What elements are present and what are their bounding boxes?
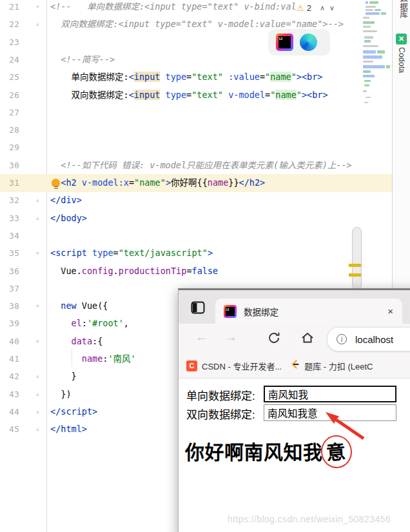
csdn-watermark: https://blog.csdn.net/weixin_50823456 [228, 514, 391, 524]
code-token: " [291, 72, 297, 82]
line-number[interactable]: 21 [0, 0, 19, 15]
code-line-28[interactable]: 28 [0, 121, 392, 139]
site-info-icon[interactable]: i [337, 334, 347, 344]
line-number[interactable]: 28 [0, 121, 19, 139]
back-icon[interactable]: ← [195, 330, 208, 344]
line-number[interactable]: 36 [0, 262, 19, 280]
fold-marker-icon[interactable]: ▵ [35, 403, 40, 420]
edge-browser-icon[interactable] [300, 34, 317, 51]
line-number[interactable]: 42 [0, 368, 19, 385]
fold-marker-icon[interactable]: ▵ [35, 210, 40, 227]
line-number[interactable]: 23 [0, 34, 19, 51]
line-number[interactable]: 37 [0, 280, 19, 297]
tab-actions-menu-icon[interactable] [191, 300, 205, 315]
warning-stripe-mark[interactable] [349, 264, 361, 267]
minimap[interactable] [362, 0, 391, 111]
code-line-36[interactable]: 36 Vue.config.productionTip=false [0, 262, 392, 281]
code-token: '#root' [87, 318, 124, 328]
code-token: v-model:x [82, 177, 129, 188]
minimap-bar [363, 90, 367, 92]
fold-marker-icon[interactable]: ▿ [35, 244, 40, 262]
bookmark-leetcode[interactable]: 题库 - 力扣 (LeetC [289, 359, 373, 372]
tab-close-icon[interactable]: × [387, 306, 393, 316]
code-line-33[interactable]: 33▵</body> [0, 210, 392, 228]
browser-tab[interactable]: IJ 数据绑定 × [215, 299, 402, 324]
line-number[interactable]: 43 [0, 386, 19, 403]
codota-tool-button[interactable]: Codota [397, 47, 406, 73]
line-number[interactable]: 30 [0, 157, 19, 174]
favicon-intellij-icon: IJ [224, 305, 237, 318]
line-number[interactable]: 40 [0, 333, 19, 350]
line-number[interactable]: 38 [0, 297, 19, 315]
code-line-34[interactable]: 34 [0, 227, 392, 245]
bookmark-label: CSDN - 专业开发者... [202, 360, 282, 372]
prev-warning-icon[interactable]: ∧ [320, 4, 325, 12]
code-line-29[interactable]: 29 [0, 139, 392, 157]
line-number[interactable]: 24 [0, 51, 19, 68]
code-line-25[interactable]: 25 单向数据绑定:<input type="text" :value="nam… [0, 68, 392, 86]
line-number[interactable]: 45 [0, 420, 19, 438]
line-number[interactable]: 27 [0, 104, 19, 121]
line-number[interactable]: 44 [0, 403, 19, 420]
one-way-binding-input[interactable] [264, 386, 396, 402]
code-token: el [72, 318, 82, 328]
fold-marker-icon[interactable]: ▿ [35, 297, 40, 315]
line-number[interactable]: 34 [0, 227, 19, 244]
fold-marker-icon[interactable]: ▵ [35, 192, 40, 209]
code-line-22[interactable]: 22▵ 双向数据绑定:<input type="text" v-model:va… [0, 15, 392, 34]
code-text: </body> [50, 210, 87, 227]
editor-scrollbar-thumb[interactable] [352, 227, 362, 290]
refresh-icon[interactable] [267, 331, 281, 348]
fold-marker-icon[interactable]: ▿ [35, 333, 40, 350]
code-token: = [186, 72, 191, 82]
intellij-idea-icon[interactable]: IJ [276, 34, 293, 51]
line-number[interactable]: 32 [0, 192, 19, 209]
code-line-23[interactable]: 23 [0, 34, 392, 52]
code-token: </div> [50, 195, 82, 205]
fold-marker-icon[interactable]: ▿ [35, 0, 40, 15]
line-number[interactable]: 41 [0, 350, 19, 368]
warning-count[interactable]: 2 [307, 3, 311, 13]
code-token: type [92, 248, 113, 258]
line-number[interactable]: 35 [0, 244, 19, 262]
code-token [50, 353, 82, 364]
code-line-26[interactable]: 26 双向数据绑定:<input type="text" v-model="na… [0, 86, 392, 104]
forward-icon[interactable]: → [225, 330, 237, 344]
code-line-27[interactable]: 27 [0, 104, 392, 122]
line-number[interactable]: 25 [0, 68, 19, 86]
fold-marker-icon[interactable]: ▵ [35, 368, 40, 385]
code-line-30[interactable]: 30 <!--如下代码 错误: v-model只能应用在表单类元素(输入类元素)… [0, 157, 392, 175]
code-token: name [82, 353, 103, 364]
code-line-32[interactable]: 32▵</div> [0, 192, 392, 210]
fold-marker-icon[interactable]: ▵ [35, 15, 40, 33]
code-token [160, 72, 165, 82]
fold-marker-icon[interactable]: ▵ [35, 386, 40, 403]
line-number[interactable]: 26 [0, 86, 19, 104]
home-icon[interactable] [300, 331, 315, 348]
bookmark-csdn[interactable]: CCSDN - 专业开发者... [186, 360, 282, 372]
minimap-bar [363, 55, 382, 59]
fold-marker-icon[interactable]: ▵ [35, 420, 40, 438]
line-number[interactable]: 39 [0, 315, 19, 332]
database-tool-button[interactable]: 数据库 [397, 0, 409, 19]
line-number[interactable]: 29 [0, 139, 19, 156]
inspection-widget[interactable]: ⚠ 2 ∧ ∨ [297, 0, 366, 15]
minimap-bar [363, 50, 376, 54]
code-token [223, 90, 228, 100]
code-token: " [297, 90, 302, 100]
code-line-35[interactable]: 35▿<script type="text/javascript"> [0, 244, 392, 262]
line-number[interactable]: 31 [0, 174, 19, 192]
code-line-24[interactable]: 24 <!--简写--> [0, 51, 392, 69]
line-number[interactable]: 22 [0, 15, 19, 33]
code-line-31[interactable]: 31 <h2 v-model:x="name">你好啊{{name}}</h2> [0, 174, 392, 192]
warning-stripe-mark[interactable] [349, 273, 361, 277]
binding-label: 双向数据绑定: [186, 406, 255, 422]
line-number[interactable]: 33 [0, 210, 19, 227]
codota-icon[interactable]: ✕ [396, 34, 407, 44]
code-token: "text/javascript" [119, 248, 208, 258]
url-host[interactable]: localhost [355, 334, 393, 345]
minimap-bar [377, 50, 385, 54]
address-bar[interactable]: i localhost [327, 327, 410, 351]
next-warning-icon[interactable]: ∨ [329, 4, 335, 12]
minimap-bar [363, 21, 375, 24]
